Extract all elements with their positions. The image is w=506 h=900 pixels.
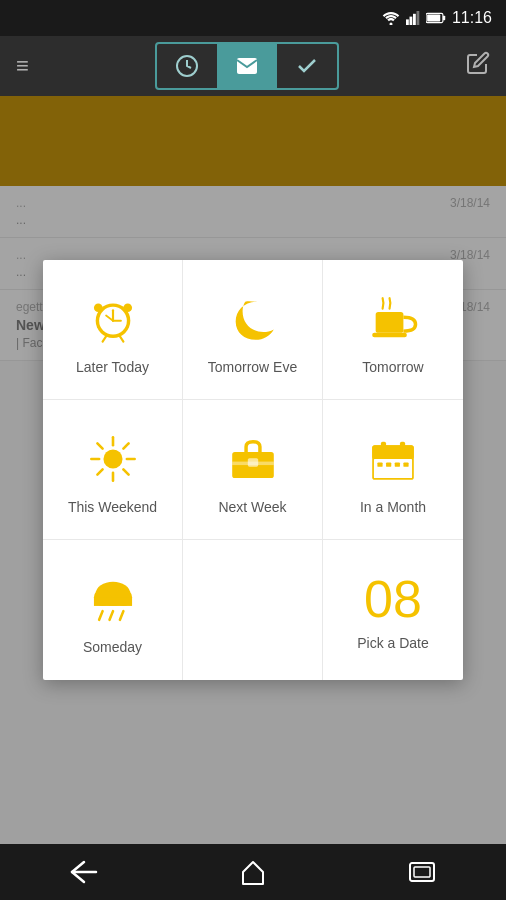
edit-icon[interactable] <box>466 51 490 81</box>
svg-rect-19 <box>372 332 407 336</box>
svg-rect-39 <box>381 441 386 449</box>
in-a-month-label: In a Month <box>360 499 426 515</box>
sun-icon <box>83 429 143 489</box>
tab-check[interactable] <box>277 44 337 88</box>
this-weekend-label: This Weekend <box>68 499 157 515</box>
svg-rect-37 <box>395 462 400 466</box>
someday-label: Someday <box>83 639 142 655</box>
pick-a-date-label: Pick a Date <box>357 635 429 651</box>
svg-rect-6 <box>427 15 440 22</box>
svg-rect-18 <box>376 312 404 333</box>
svg-rect-33 <box>372 445 414 459</box>
svg-point-20 <box>103 449 122 468</box>
svg-rect-40 <box>400 441 405 449</box>
overlay: Later Today Tomorrow Eve <box>0 96 506 844</box>
moon-icon <box>223 289 283 349</box>
this-weekend-cell[interactable]: This Weekend <box>43 400 183 540</box>
pick-date-number: 08 <box>364 573 422 625</box>
svg-line-25 <box>97 443 102 448</box>
tab-clock[interactable] <box>157 44 217 88</box>
cloud-rain-icon <box>83 569 143 629</box>
status-time: 11:16 <box>452 9 492 27</box>
svg-rect-38 <box>403 462 408 466</box>
nav-tabs <box>155 42 339 90</box>
briefcase-icon <box>223 429 283 489</box>
svg-point-0 <box>389 23 392 26</box>
svg-rect-34 <box>374 459 412 478</box>
svg-line-15 <box>102 336 105 341</box>
tab-inbox[interactable] <box>217 44 277 88</box>
status-icons: 11:16 <box>382 9 492 27</box>
svg-rect-4 <box>416 11 419 25</box>
snooze-modal: Later Today Tomorrow Eve <box>43 260 463 680</box>
next-week-cell[interactable]: Next Week <box>183 400 323 540</box>
home-button[interactable] <box>223 844 283 900</box>
svg-line-26 <box>123 469 128 474</box>
svg-rect-2 <box>409 17 412 25</box>
bottom-nav-bar <box>0 844 506 900</box>
menu-icon[interactable]: ≡ <box>16 53 29 79</box>
svg-line-47 <box>119 611 122 620</box>
clock-icon <box>83 289 143 349</box>
back-button[interactable] <box>54 844 114 900</box>
svg-rect-1 <box>406 19 409 25</box>
svg-rect-50 <box>414 867 430 877</box>
wifi-icon <box>382 11 400 25</box>
tomorrow-label: Tomorrow <box>362 359 423 375</box>
svg-line-28 <box>97 469 102 474</box>
next-week-label: Next Week <box>218 499 286 515</box>
modal-grid: Later Today Tomorrow Eve <box>43 260 463 680</box>
battery-icon <box>426 12 446 24</box>
bg-content: ... 3/18/14 ... ... 3/18/14 ... egetty 3… <box>0 96 506 844</box>
recent-apps-button[interactable] <box>392 844 452 900</box>
pick-a-date-cell[interactable]: 08 Pick a Date <box>323 540 463 680</box>
svg-rect-3 <box>413 14 416 25</box>
svg-line-46 <box>109 611 112 620</box>
later-today-cell[interactable]: Later Today <box>43 260 183 400</box>
tomorrow-eve-label: Tomorrow Eve <box>208 359 297 375</box>
svg-line-27 <box>123 443 128 448</box>
svg-line-16 <box>119 336 122 341</box>
signal-icon <box>406 11 420 25</box>
status-bar: 11:16 <box>0 0 506 36</box>
svg-rect-44 <box>93 597 131 606</box>
empty-cell <box>183 540 323 680</box>
tomorrow-eve-cell[interactable]: Tomorrow Eve <box>183 260 323 400</box>
coffee-icon <box>363 289 423 349</box>
svg-rect-7 <box>443 16 445 21</box>
someday-cell[interactable]: Someday <box>43 540 183 680</box>
tomorrow-cell[interactable]: Tomorrow <box>323 260 463 400</box>
svg-rect-36 <box>386 462 391 466</box>
svg-point-14 <box>123 303 132 312</box>
later-today-label: Later Today <box>76 359 149 375</box>
svg-rect-31 <box>247 458 257 467</box>
svg-rect-35 <box>377 462 382 466</box>
in-a-month-cell[interactable]: In a Month <box>323 400 463 540</box>
svg-line-45 <box>99 611 102 620</box>
svg-point-13 <box>93 303 102 312</box>
nav-bar: ≡ <box>0 36 506 96</box>
calendar-icon <box>363 429 423 489</box>
